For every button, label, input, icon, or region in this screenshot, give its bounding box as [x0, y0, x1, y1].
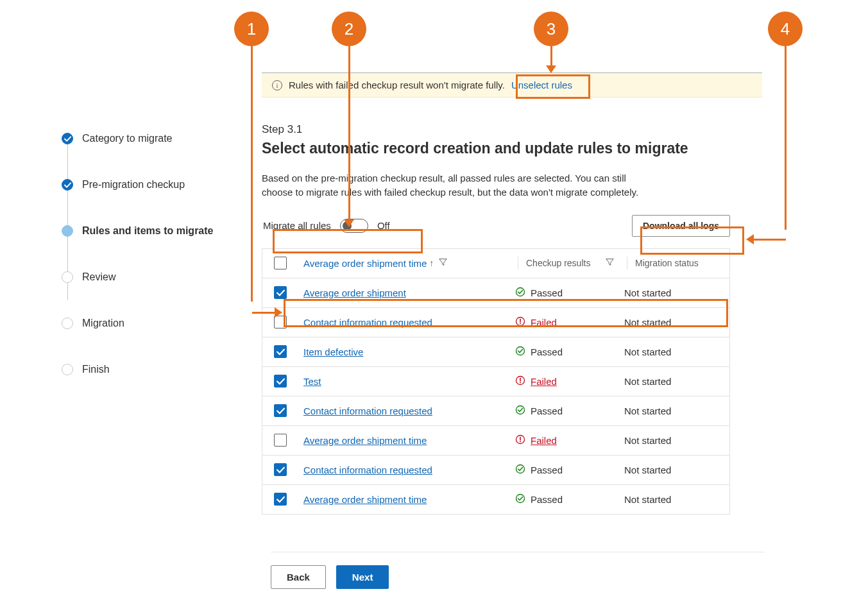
- unselect-rules-link[interactable]: Unselect rules: [511, 80, 572, 90]
- step-finish[interactable]: Finish: [62, 354, 241, 385]
- checkup-result-cell: Failed: [510, 428, 619, 453]
- table-row: Average order shipmentPassedNot started: [262, 278, 729, 307]
- info-icon: i: [272, 80, 282, 90]
- row-checkbox[interactable]: [274, 434, 287, 447]
- rule-name-link[interactable]: Item defective: [303, 346, 363, 357]
- rule-name-link[interactable]: Contact information requested: [303, 405, 432, 416]
- failed-link[interactable]: Failed: [531, 435, 557, 446]
- failed-icon: [515, 316, 525, 328]
- table-header-row: Average order shipment time ↑ Checkup re…: [262, 248, 729, 278]
- row-checkbox[interactable]: [274, 404, 287, 417]
- passed-icon: [515, 493, 525, 506]
- migrate-all-toggle[interactable]: [340, 219, 368, 233]
- status-text: Passed: [531, 346, 563, 357]
- checkup-result-cell: Failed: [510, 310, 619, 335]
- status-text: Passed: [531, 405, 563, 416]
- status-text: Passed: [531, 287, 563, 298]
- svg-point-0: [516, 287, 525, 296]
- wizard-footer: Back Next: [271, 552, 765, 589]
- step-number: Step 3.1: [262, 123, 762, 136]
- table-row: Contact information requestedFailedNot s…: [262, 307, 729, 337]
- rule-name-link[interactable]: Average order shipment: [303, 287, 406, 298]
- back-button[interactable]: Back: [271, 565, 326, 589]
- main-panel: i Rules with failed checkup result won't…: [262, 72, 762, 515]
- row-checkbox-cell: [262, 457, 298, 482]
- table-row: Average order shipment timePassedNot sta…: [262, 484, 729, 514]
- callout-number: 1: [234, 12, 269, 46]
- row-checkbox-cell: [262, 427, 298, 453]
- rule-name-link[interactable]: Average order shipment time: [303, 435, 427, 446]
- banner-text: Rules with failed checkup result won't m…: [289, 80, 505, 90]
- rule-name-link[interactable]: Contact information requested: [303, 464, 432, 475]
- failed-icon: [515, 375, 525, 388]
- step-rules-items[interactable]: Rules and items to migrate: [62, 216, 241, 246]
- check-icon: [62, 133, 73, 144]
- row-checkbox-cell: [262, 486, 298, 512]
- rule-name-link[interactable]: Contact information requested: [303, 317, 432, 328]
- toggle-label: Migrate all rules: [263, 220, 331, 231]
- header-name-text: Average order shipment time: [303, 258, 427, 269]
- rules-table: Average order shipment time ↑ Checkup re…: [262, 248, 730, 515]
- header-rule-name[interactable]: Average order shipment time ↑: [298, 251, 510, 275]
- step-category[interactable]: Category to migrate: [62, 123, 241, 154]
- filter-icon[interactable]: [439, 258, 447, 268]
- pending-dot-icon: [62, 318, 73, 329]
- svg-point-4: [516, 346, 525, 355]
- passed-icon: [515, 405, 525, 417]
- select-all-checkbox[interactable]: [274, 257, 287, 269]
- filter-icon[interactable]: [606, 258, 614, 268]
- failed-link[interactable]: Failed: [531, 317, 557, 328]
- row-checkbox[interactable]: [274, 286, 287, 299]
- row-checkbox-cell: [262, 280, 298, 305]
- migration-status-cell: Not started: [619, 281, 731, 305]
- sort-asc-icon[interactable]: ↑: [429, 258, 434, 268]
- step-title: Select automatic record creation and upd…: [262, 140, 762, 157]
- status-text: Passed: [531, 464, 563, 475]
- migrate-all-toggle-block: Migrate all rules Off: [262, 215, 396, 237]
- rule-name-link[interactable]: Average order shipment time: [303, 494, 427, 505]
- download-logs-button[interactable]: Download all logs: [632, 215, 730, 237]
- step-migration[interactable]: Migration: [62, 308, 241, 339]
- callout-4: 4: [768, 12, 803, 230]
- rule-name-cell: Item defective: [298, 340, 510, 364]
- rule-name-cell: Contact information requested: [298, 311, 510, 334]
- step-label: Migration: [82, 318, 124, 329]
- step-description: Based on the pre-migration checkup resul…: [262, 171, 660, 200]
- table-row: Average order shipment timeFailedNot sta…: [262, 425, 729, 455]
- table-row: TestFailedNot started: [262, 366, 729, 396]
- migration-status-cell: Not started: [619, 399, 731, 423]
- toggle-state: Off: [377, 220, 390, 231]
- select-all-cell: [262, 250, 298, 276]
- controls-row: Migrate all rules Off Download all logs: [262, 215, 730, 237]
- header-checkup[interactable]: Checkup results: [510, 250, 619, 276]
- rule-name-cell: Contact information requested: [298, 399, 510, 423]
- row-checkbox[interactable]: [274, 375, 287, 388]
- passed-icon: [515, 287, 525, 299]
- row-checkbox[interactable]: [274, 463, 287, 476]
- next-button[interactable]: Next: [336, 565, 389, 589]
- passed-icon: [515, 464, 525, 476]
- wizard-steps: Category to migrate Pre-migration checku…: [62, 123, 241, 385]
- row-checkbox[interactable]: [274, 493, 287, 506]
- step-review[interactable]: Review: [62, 262, 241, 293]
- callout-3: 3: [534, 12, 568, 73]
- checkup-result-cell: Passed: [510, 339, 619, 364]
- migration-status-cell: Not started: [619, 370, 731, 393]
- row-checkbox[interactable]: [274, 316, 287, 328]
- table-row: Contact information requestedPassedNot s…: [262, 455, 729, 484]
- row-checkbox[interactable]: [274, 345, 287, 358]
- step-premigration[interactable]: Pre-migration checkup: [62, 169, 241, 200]
- migration-status-cell: Not started: [619, 458, 731, 482]
- rule-name-cell: Average order shipment time: [298, 429, 510, 452]
- checkup-result-cell: Passed: [510, 398, 619, 423]
- failed-link[interactable]: Failed: [531, 376, 557, 387]
- checkup-result-cell: Passed: [510, 487, 619, 512]
- svg-point-7: [520, 382, 521, 383]
- step-label: Category to migrate: [82, 133, 173, 144]
- rule-name-link[interactable]: Test: [303, 376, 321, 387]
- header-migration[interactable]: Migration status: [619, 250, 731, 276]
- svg-point-11: [520, 441, 521, 442]
- checkup-result-cell: Failed: [510, 369, 619, 394]
- warning-banner: i Rules with failed checkup result won't…: [262, 72, 762, 98]
- check-icon: [62, 179, 73, 191]
